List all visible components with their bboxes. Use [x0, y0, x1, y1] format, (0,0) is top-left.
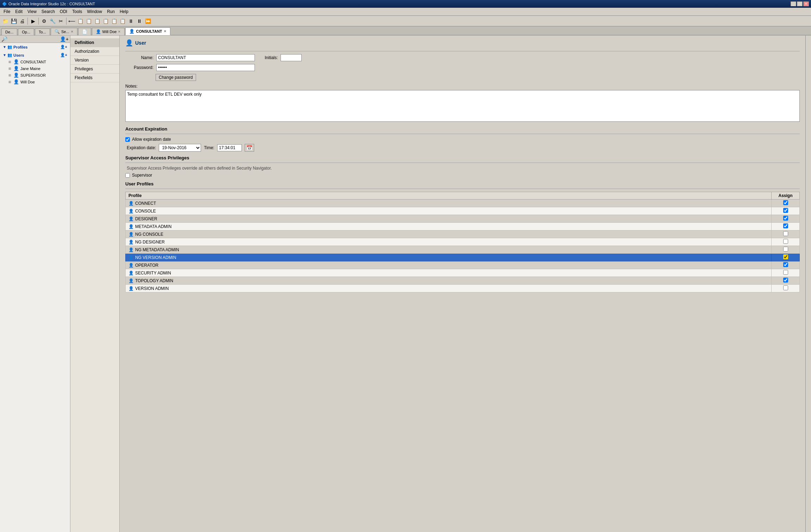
assign-checkbox[interactable] [783, 285, 788, 290]
tab-op[interactable]: Op... [18, 28, 34, 35]
initials-input[interactable] [281, 54, 302, 61]
toolbar-sep2 [38, 18, 39, 25]
assign-checkbox[interactable] [783, 200, 788, 205]
profile-row[interactable]: 👤SECURITY ADMIN [126, 269, 800, 277]
users-add-icon[interactable]: 👤+ [60, 53, 67, 57]
toolbar-settings[interactable]: ⚙ [40, 17, 48, 25]
sidebar-add-icon[interactable]: 👤+ [60, 36, 69, 42]
scrollbar-right[interactable] [805, 36, 811, 532]
toolbar-copy2[interactable]: 📋 [85, 17, 93, 25]
tab-se[interactable]: 🔍 Se... ✕ [51, 28, 77, 35]
assign-checkbox[interactable] [783, 216, 788, 221]
toolbar-pause2[interactable]: ⏸ [136, 17, 143, 25]
nav-flexfields[interactable]: Flexfields [70, 74, 119, 82]
toolbar-back[interactable]: ⟵ [68, 17, 76, 25]
menu-odi[interactable]: ODI [58, 8, 69, 15]
change-password-button[interactable]: Change password [156, 74, 196, 81]
profile-row[interactable]: 👤NG VERSION ADMIN [126, 254, 800, 261]
tab-de[interactable]: De... [1, 28, 17, 35]
toolbar-tools[interactable]: 🔧 [49, 17, 56, 25]
menu-run[interactable]: Run [105, 8, 117, 15]
menu-help[interactable]: Help [118, 8, 131, 15]
supervisor-checkbox[interactable] [125, 173, 130, 178]
profile-row[interactable]: 👤NG CONSOLE [126, 230, 800, 238]
assign-col-header: Assign [772, 192, 800, 200]
tree-item-supervisor[interactable]: ⊞ 👤 SUPERVISOR [1, 72, 69, 78]
nav-privileges[interactable]: Privileges [70, 65, 119, 74]
toolbar-copy4[interactable]: 📋 [102, 17, 109, 25]
profile-row[interactable]: 👤CONSOLE [126, 207, 800, 215]
assign-checkbox[interactable] [783, 278, 788, 283]
profile-row[interactable]: 👤TOPOLOGY ADMIN [126, 277, 800, 285]
nav-authorization[interactable]: Authorization [70, 47, 119, 56]
calendar-button[interactable]: 📅 [245, 144, 254, 152]
assign-cell [772, 277, 800, 285]
toolbar-save[interactable]: 💾 [10, 17, 18, 25]
willdoe-user-icon: 👤 [13, 79, 19, 84]
toolbar-pause1[interactable]: ⏸ [127, 17, 135, 25]
name-input[interactable] [156, 54, 255, 61]
toolbar-copy1[interactable]: 📋 [76, 17, 84, 25]
sidebar-profiles-header[interactable]: ▼ 👥 Profiles 👤+ [1, 44, 69, 50]
willdoe-tab-icon: 👤 [96, 29, 101, 34]
toolbar-copy6[interactable]: 📋 [119, 17, 126, 25]
toolbar-print[interactable]: 🖨 [18, 17, 26, 25]
allow-expiration-checkbox[interactable] [125, 137, 130, 142]
assign-checkbox[interactable] [783, 223, 788, 228]
menu-view[interactable]: View [25, 8, 39, 15]
close-button[interactable]: ✕ [803, 1, 809, 6]
tree-item-consultant[interactable]: ⊞ 👤 CONSULTANT [1, 58, 69, 65]
nav-definition[interactable]: Definition [70, 38, 119, 47]
assign-cell [772, 261, 800, 269]
tab-to[interactable]: To... [35, 28, 50, 35]
time-input[interactable] [217, 144, 242, 151]
profile-row[interactable]: 👤OPERATOR [126, 261, 800, 269]
profile-row[interactable]: 👤NG METADATA ADMIN [126, 246, 800, 254]
profile-row[interactable]: 👤VERSION ADMIN [126, 285, 800, 292]
tab-willdoe[interactable]: 👤 Will Doe ✕ [92, 28, 125, 35]
assign-cell [772, 230, 800, 238]
password-input[interactable] [156, 64, 255, 71]
assign-checkbox[interactable] [783, 247, 788, 252]
profile-row[interactable]: 👤DESIGNER [126, 215, 800, 223]
notes-textarea[interactable]: Temp consultant for ETL DEV work only [125, 90, 800, 122]
toolbar-copy3[interactable]: 📋 [93, 17, 101, 25]
tab-se-close[interactable]: ✕ [71, 30, 74, 33]
sidebar-users-header[interactable]: ▼ 👥 Users 👤+ [1, 52, 69, 58]
maximize-button[interactable]: □ [797, 1, 803, 6]
profiles-add-icon[interactable]: 👤+ [60, 45, 67, 49]
menu-edit[interactable]: Edit [13, 8, 25, 15]
assign-checkbox[interactable] [783, 254, 788, 259]
tab-consultant-close[interactable]: ✕ [164, 30, 166, 33]
profile-row[interactable]: 👤CONNECT [126, 200, 800, 207]
nav-version[interactable]: Version [70, 56, 119, 65]
assign-checkbox[interactable] [783, 262, 788, 267]
tab-consultant[interactable]: 👤 CONSULTANT ✕ [125, 27, 170, 35]
menu-search[interactable]: Search [39, 8, 57, 15]
sidebar-search-icon: 🔎 [1, 36, 7, 42]
profile-row[interactable]: 👤NG DESIGNER [126, 238, 800, 246]
minimize-button[interactable]: _ [791, 1, 796, 6]
tree-item-willdoe[interactable]: ⊞ 👤 Will Doe [1, 78, 69, 85]
menu-file[interactable]: File [1, 8, 12, 15]
sidebar-section-profiles: ▼ 👥 Profiles 👤+ [0, 43, 70, 51]
assign-checkbox[interactable] [783, 270, 788, 275]
menu-tools[interactable]: Tools [70, 8, 84, 15]
expiration-date-select[interactable]: 19-Nov-2016 [159, 144, 201, 152]
consultant-user-icon: 👤 [13, 59, 19, 64]
assign-checkbox[interactable] [783, 239, 788, 244]
tab-willdoe-close[interactable]: ✕ [118, 30, 121, 33]
profile-row[interactable]: 👤METADATA ADMIN [126, 223, 800, 230]
toolbar-copy5[interactable]: 📋 [110, 17, 118, 25]
tree-item-janemaine[interactable]: ⊞ 👤 Jane Maine [1, 65, 69, 72]
tab-to-label: To... [39, 30, 46, 34]
tab-blank[interactable]: 📄 [78, 28, 91, 35]
assign-checkbox[interactable] [783, 231, 788, 236]
toolbar-cut[interactable]: ✂ [57, 17, 65, 25]
toolbar-run[interactable]: ▶ [29, 17, 37, 25]
menu-window[interactable]: Window [85, 8, 104, 15]
toolbar-open[interactable]: 📁 [1, 17, 9, 25]
assign-checkbox[interactable] [783, 208, 788, 213]
toolbar-fast-forward[interactable]: ⏩ [144, 17, 152, 25]
tabs-row: De... Op... To... 🔍 Se... ✕ 📄 👤 Will Doe… [0, 26, 811, 36]
